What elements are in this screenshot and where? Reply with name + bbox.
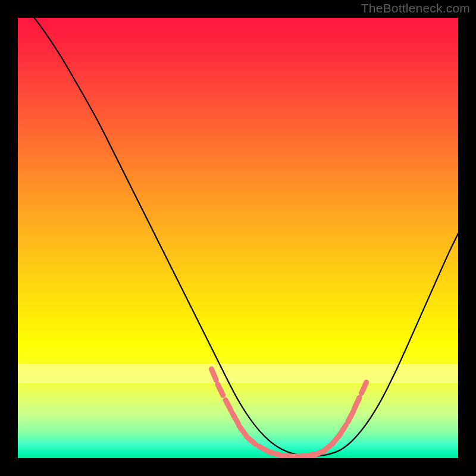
curve-layer (18, 18, 458, 456)
chart-stage: TheBottleneck.com (0, 0, 476, 476)
highlight-dash (233, 414, 239, 424)
highlight-dash (218, 384, 223, 395)
highlight-dashes (211, 369, 366, 456)
highlight-dash (211, 369, 216, 380)
highlight-dash (226, 400, 231, 411)
plot-area (18, 18, 458, 458)
highlight-dash (340, 425, 346, 435)
highlight-dash (355, 397, 359, 408)
highlight-dash (362, 383, 367, 393)
main-curve (18, 18, 458, 456)
chart-svg (18, 18, 458, 458)
highlight-dash (247, 437, 256, 444)
highlight-dash (348, 411, 353, 422)
highlight-dash (239, 425, 246, 435)
watermark-text: TheBottleneck.com (361, 1, 470, 15)
